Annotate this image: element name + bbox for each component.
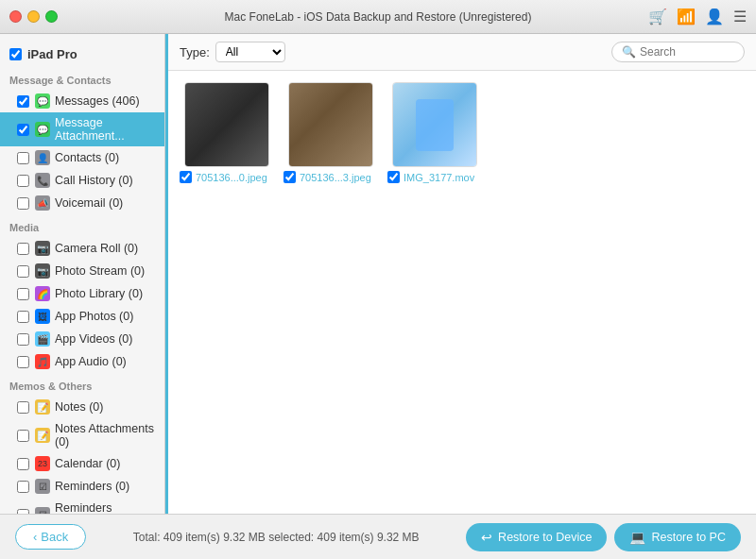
section-label-memos: Memos & Others xyxy=(0,373,164,396)
photo-library-checkbox[interactable] xyxy=(17,288,29,300)
photo-stream-label: Photo Stream (0) xyxy=(55,264,145,278)
app-photos-label: App Photos (0) xyxy=(55,310,133,323)
menu-icon[interactable]: ☰ xyxy=(733,8,747,25)
thumb-image-1 xyxy=(185,82,268,167)
reminders-checkbox[interactable] xyxy=(17,481,29,493)
minimize-button[interactable] xyxy=(27,10,40,23)
app-videos-checkbox[interactable] xyxy=(17,333,29,346)
sidebar-item-app-videos[interactable]: 🎬 App Videos (0) xyxy=(0,328,164,350)
messages-icon: 💬 xyxy=(35,93,50,109)
action-buttons: ↩ Restore to Device 💻 Restore to PC xyxy=(466,523,741,551)
sidebar-item-calendar[interactable]: 23 Calendar (0) xyxy=(0,452,164,475)
device-checkbox[interactable] xyxy=(9,48,22,60)
search-icon: 🔍 xyxy=(622,45,636,59)
sidebar-item-voicemail[interactable]: 📣 Voicemail (0) xyxy=(0,192,164,214)
search-input[interactable] xyxy=(640,45,734,59)
content-area: iPad Pro Message & Contacts 💬 Messages (… xyxy=(0,34,756,514)
reminders-icon: ☑ xyxy=(35,479,50,494)
file-label: 705136...3.jpeg xyxy=(284,171,378,183)
device-item[interactable]: iPad Pro xyxy=(0,42,164,67)
notes-checkbox[interactable] xyxy=(17,401,29,414)
notes-attach-checkbox[interactable] xyxy=(17,430,29,442)
calendar-checkbox[interactable] xyxy=(17,458,29,470)
section-label-media: Media xyxy=(0,214,164,237)
window-controls xyxy=(9,10,58,23)
title-bar: Mac FoneLab - iOS Data Backup and Restor… xyxy=(0,0,756,34)
restore-pc-button[interactable]: 💻 Restore to PC xyxy=(614,523,741,551)
file-item[interactable]: IMG_3177.mov xyxy=(387,82,482,183)
camera-roll-icon: 📷 xyxy=(35,241,50,256)
file-checkbox-1[interactable] xyxy=(180,171,192,183)
sidebar-item-reminders-attach[interactable]: ☑ Reminders Attachme... xyxy=(0,498,164,514)
sidebar-item-contacts[interactable]: 👤 Contacts (0) xyxy=(0,146,164,169)
restore-pc-label: Restore to PC xyxy=(651,531,726,544)
sidebar-item-photo-library[interactable]: 🌈 Photo Library (0) xyxy=(0,282,164,305)
app-videos-label: App Videos (0) xyxy=(55,332,132,346)
sidebar-item-message-attachments[interactable]: 💬 Message Attachment... xyxy=(0,112,164,146)
wifi-icon: 📶 xyxy=(677,8,696,25)
file-label: IMG_3177.mov xyxy=(387,171,482,183)
msg-attach-icon: 💬 xyxy=(35,122,50,137)
sidebar-item-camera-roll[interactable]: 📷 Camera Roll (0) xyxy=(0,237,164,260)
file-checkbox-3[interactable] xyxy=(387,171,400,183)
camera-roll-checkbox[interactable] xyxy=(17,243,29,255)
calendar-icon: 23 xyxy=(35,456,50,471)
call-label: Call History (0) xyxy=(55,174,133,187)
notes-icon: 📝 xyxy=(35,399,50,415)
file-name-3: IMG_3177.mov xyxy=(404,172,474,183)
call-icon: 📞 xyxy=(35,173,50,188)
app-photos-icon: 🖼 xyxy=(35,309,50,324)
contacts-checkbox[interactable] xyxy=(17,152,29,164)
notes-label: Notes (0) xyxy=(55,400,103,414)
thumb-image-3 xyxy=(393,82,476,167)
file-checkbox-2[interactable] xyxy=(284,171,296,183)
call-checkbox[interactable] xyxy=(17,175,29,187)
type-select[interactable]: All Images Videos xyxy=(215,42,285,62)
device-label: iPad Pro xyxy=(27,47,77,61)
contacts-label: Contacts (0) xyxy=(55,151,119,164)
sidebar-item-call-history[interactable]: 📞 Call History (0) xyxy=(0,169,164,192)
file-item[interactable]: 705136...0.jpeg xyxy=(180,82,274,183)
sidebar-item-app-photos[interactable]: 🖼 App Photos (0) xyxy=(0,305,164,328)
account-icon[interactable]: 👤 xyxy=(705,8,724,25)
messages-label: Messages (406) xyxy=(55,94,140,108)
sidebar-item-notes[interactable]: 📝 Notes (0) xyxy=(0,396,164,418)
messages-checkbox[interactable] xyxy=(17,95,29,108)
app-body: iPad Pro Message & Contacts 💬 Messages (… xyxy=(0,34,756,559)
search-box[interactable]: 🔍 xyxy=(611,42,745,62)
voicemail-label: Voicemail (0) xyxy=(55,196,123,210)
msg-attach-checkbox[interactable] xyxy=(17,124,29,136)
cart-icon[interactable]: 🛒 xyxy=(648,8,667,25)
close-button[interactable] xyxy=(9,10,22,23)
photo-stream-icon: 📷 xyxy=(35,263,50,279)
restore-device-icon: ↩ xyxy=(481,530,492,545)
sidebar-item-app-audio[interactable]: 🎵 App Audio (0) xyxy=(0,350,164,373)
type-label: Type: xyxy=(180,45,210,59)
sidebar: iPad Pro Message & Contacts 💬 Messages (… xyxy=(0,34,165,514)
app-audio-icon: 🎵 xyxy=(35,354,50,369)
file-name-1: 705136...0.jpeg xyxy=(196,172,267,183)
photo-stream-checkbox[interactable] xyxy=(17,265,29,278)
sidebar-item-photo-stream[interactable]: 📷 Photo Stream (0) xyxy=(0,260,164,282)
rem-attach-label: Reminders Attachme... xyxy=(55,501,155,514)
restore-device-button[interactable]: ↩ Restore to Device xyxy=(466,523,607,551)
section-label-messages: Message & Contacts xyxy=(0,67,164,90)
notes-attach-label: Notes Attachments (0) xyxy=(55,422,155,449)
rem-attach-icon: ☑ xyxy=(35,507,50,514)
file-item[interactable]: 705136...3.jpeg xyxy=(284,82,378,183)
status-text: Total: 409 item(s) 9.32 MB selected: 409… xyxy=(133,531,420,544)
app-audio-checkbox[interactable] xyxy=(17,356,29,368)
back-button[interactable]: ‹ Back xyxy=(15,524,86,550)
sidebar-item-notes-attachments[interactable]: 📝 Notes Attachments (0) xyxy=(0,418,164,452)
maximize-button[interactable] xyxy=(45,10,58,23)
sidebar-item-reminders[interactable]: ☑ Reminders (0) xyxy=(0,475,164,498)
restore-device-label: Restore to Device xyxy=(498,531,592,544)
contacts-icon: 👤 xyxy=(35,150,50,165)
back-chevron-icon: ‹ xyxy=(33,530,37,544)
sidebar-item-messages[interactable]: 💬 Messages (406) xyxy=(0,90,164,112)
title-bar-icons: 🛒 📶 👤 ☰ xyxy=(648,8,747,25)
voicemail-checkbox[interactable] xyxy=(17,197,29,210)
app-photos-checkbox[interactable] xyxy=(17,311,29,323)
main-panel: Type: All Images Videos 🔍 xyxy=(168,34,756,514)
msg-attach-label: Message Attachment... xyxy=(55,116,155,143)
